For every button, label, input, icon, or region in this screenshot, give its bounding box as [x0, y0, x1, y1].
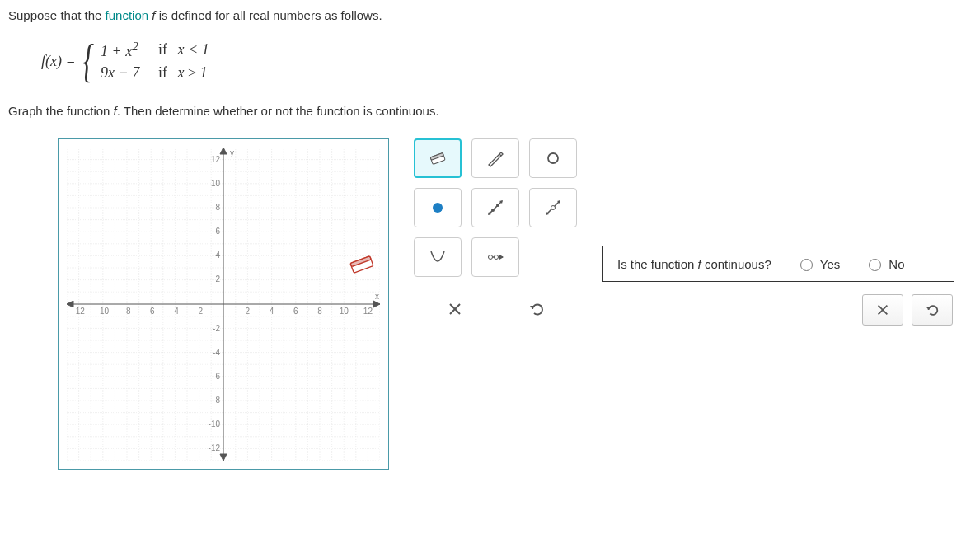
case2-cond: if x ≥ 1 — [158, 64, 207, 82]
svg-text:2: 2 — [246, 307, 251, 316]
coordinate-grid: -12 -10 -8 -6 -4 -2 2 4 6 8 10 12 12 10 … — [67, 148, 380, 461]
case1-expr: 1 + x2 — [101, 40, 150, 60]
tool-closed-circle[interactable] — [414, 188, 462, 227]
svg-point-98 — [551, 206, 556, 210]
instruction-pre: Graph the function — [8, 104, 114, 118]
radio-no[interactable]: No — [865, 256, 904, 271]
tool-line-open[interactable] — [529, 188, 577, 227]
svg-text:4: 4 — [215, 251, 220, 260]
svg-text:2: 2 — [215, 274, 220, 284]
svg-text:6: 6 — [215, 227, 220, 236]
svg-text:-12: -12 — [73, 307, 85, 316]
svg-marker-100 — [499, 255, 504, 260]
prompt-pre: Suppose that the — [8, 8, 106, 22]
svg-text:4: 4 — [270, 307, 274, 316]
radio-yes[interactable]: Yes — [796, 256, 840, 271]
svg-text:10: 10 — [211, 179, 221, 188]
svg-line-90 — [489, 201, 502, 214]
tool-pencil[interactable] — [471, 138, 519, 178]
continuity-question: Is the function f continuous? Yes No — [602, 246, 954, 282]
svg-point-93 — [491, 209, 495, 212]
svg-text:-10: -10 — [209, 419, 221, 429]
case2-expr: 9x − 7 — [101, 64, 150, 82]
svg-point-88 — [548, 153, 558, 163]
brace: { — [82, 35, 93, 87]
tool-ray[interactable] — [471, 237, 519, 277]
tool-open-circle[interactable] — [529, 138, 577, 178]
svg-text:6: 6 — [293, 307, 298, 316]
clear-button[interactable] — [438, 295, 471, 323]
svg-text:-6: -6 — [213, 372, 220, 381]
function-link[interactable]: function — [106, 8, 149, 22]
answer-clear-button[interactable] — [862, 294, 903, 326]
svg-text:12: 12 — [211, 155, 221, 164]
instruction-post: . Then determine whether or not the func… — [117, 104, 439, 118]
tool-eraser[interactable] — [414, 138, 462, 178]
svg-point-101 — [489, 255, 493, 260]
function-lhs: f(x) = — [41, 53, 76, 70]
svg-text:8: 8 — [317, 307, 322, 316]
svg-point-94 — [496, 204, 499, 207]
drawing-toolbox — [414, 138, 577, 326]
svg-point-89 — [433, 203, 443, 213]
svg-text:-10: -10 — [97, 307, 110, 316]
function-definition: f(x) = { 1 + x2 if x < 1 9x − 7 if x ≥ 1 — [41, 35, 972, 87]
svg-text:-4: -4 — [213, 348, 220, 357]
question-text: Is the function f continuous? — [617, 257, 771, 271]
svg-text:-2: -2 — [195, 307, 203, 316]
graph-canvas[interactable]: -12 -10 -8 -6 -4 -2 2 4 6 8 10 12 12 10 … — [58, 138, 389, 470]
svg-text:12: 12 — [363, 307, 373, 316]
svg-marker-105 — [530, 306, 535, 309]
svg-text:-12: -12 — [209, 443, 221, 452]
svg-marker-57 — [220, 454, 227, 461]
svg-text:-8: -8 — [213, 396, 220, 405]
svg-text:8: 8 — [215, 203, 220, 212]
svg-text:-2: -2 — [213, 324, 220, 333]
svg-marker-56 — [220, 148, 227, 154]
tool-parabola[interactable] — [414, 237, 462, 277]
instruction: Graph the function f. Then determine whe… — [8, 104, 972, 118]
problem-prompt: Suppose that the function f is defined f… — [8, 8, 972, 22]
svg-text:10: 10 — [340, 307, 349, 316]
svg-point-102 — [495, 255, 499, 260]
prompt-post: is defined for all real numbers as follo… — [155, 8, 382, 22]
svg-text:y: y — [230, 148, 234, 157]
svg-marker-54 — [373, 301, 380, 307]
undo-button[interactable] — [520, 295, 553, 323]
svg-text:-6: -6 — [148, 307, 155, 316]
svg-text:x: x — [375, 292, 379, 301]
svg-marker-108 — [926, 307, 931, 310]
svg-text:-8: -8 — [124, 307, 131, 316]
answer-undo-button[interactable] — [912, 294, 953, 326]
svg-text:-4: -4 — [171, 307, 179, 316]
case1-cond: if x < 1 — [158, 41, 209, 59]
tool-line-closed[interactable] — [471, 188, 519, 227]
